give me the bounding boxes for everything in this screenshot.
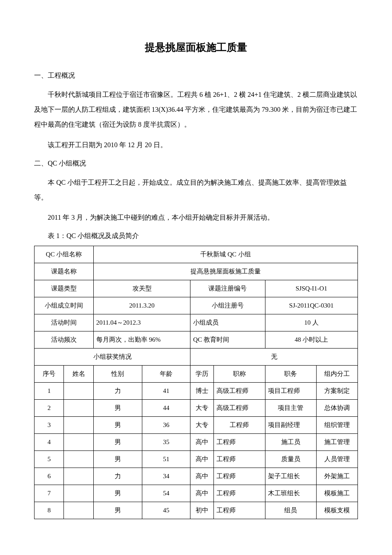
table-row: 8 男 45 初中 工程师 组员 模板支模 bbox=[35, 502, 358, 519]
cell-edu: 大专 bbox=[190, 399, 214, 416]
cell-role: 木工班组长 bbox=[265, 485, 317, 502]
cell-seq: 8 bbox=[35, 502, 64, 519]
header-title: 职称 bbox=[214, 365, 265, 382]
cell-name bbox=[64, 468, 93, 485]
cell-name bbox=[64, 450, 93, 468]
cell-gender: 男 bbox=[93, 485, 142, 502]
cell-gender: 男 bbox=[93, 450, 142, 468]
page-title: 提悬挑屋面板施工质量 bbox=[34, 38, 358, 57]
table-row: 1 力 41 博士 高级工程师 项目工程师 方案制定 bbox=[35, 382, 358, 399]
section-2-heading: 二、QC 小组概况 bbox=[34, 157, 358, 170]
cell-name bbox=[64, 485, 93, 502]
header-age: 年龄 bbox=[142, 365, 190, 382]
cell-age: 51 bbox=[142, 450, 190, 468]
table-row: 活动时间 2011.04～2012.3 小组成员 10 人 bbox=[35, 314, 358, 331]
cell-duty: 人员管理 bbox=[317, 450, 358, 468]
cell-edu: 高中 bbox=[190, 433, 214, 450]
table-row: 小组成立时间 2011.3.20 小组注册号 SJ-2011QC-0301 bbox=[35, 297, 358, 314]
table-row: QC 小组名称 千秋新城 QC 小组 bbox=[35, 246, 358, 263]
paragraph-4: 2011 年 3 月，为解决施工中碰到的难点，本小组开始确定目标并开展活动。 bbox=[34, 210, 358, 225]
cell-age: 36 bbox=[142, 416, 190, 433]
table-row: 活动频次 每月两次，出勤率 96% QC 教育时间 48 小时以上 bbox=[35, 331, 358, 348]
cell-edu: 博士 bbox=[190, 382, 214, 399]
establish-time-value: 2011.3.20 bbox=[93, 297, 190, 314]
cell-gender: 男 bbox=[93, 433, 142, 450]
paragraph-2: 该工程开工日期为 2010 年 12 月 20 日。 bbox=[34, 137, 358, 152]
group-reg-no-value: SJ-2011QC-0301 bbox=[265, 297, 357, 314]
award-label: 小组获奖情况 bbox=[35, 348, 190, 365]
cell-role: 质量员 bbox=[265, 450, 317, 468]
cell-duty: 模板施工 bbox=[317, 485, 358, 502]
cell-gender: 男 bbox=[93, 399, 142, 416]
cell-title: 高级工程师 bbox=[214, 382, 265, 399]
cell-role: 施工员 bbox=[265, 433, 317, 450]
cell-edu: 高中 bbox=[190, 485, 214, 502]
table-row: 3 男 36 大专 工程师 项目副经理 组织管理 bbox=[35, 416, 358, 433]
cell-duty: 方案制定 bbox=[317, 382, 358, 399]
header-role: 职务 bbox=[265, 365, 317, 382]
cell-seq: 7 bbox=[35, 485, 64, 502]
table-caption: 表 1：QC 小组概况及成员简介 bbox=[34, 230, 358, 242]
cell-seq: 1 bbox=[35, 382, 64, 399]
cell-title: 工程师 bbox=[214, 433, 265, 450]
cell-age: 54 bbox=[142, 485, 190, 502]
establish-time-label: 小组成立时间 bbox=[35, 297, 94, 314]
topic-reg-no-value: SJSQ-I1-O1 bbox=[265, 280, 357, 297]
group-name-label: QC 小组名称 bbox=[35, 246, 94, 263]
group-name-value: 千秋新城 QC 小组 bbox=[93, 246, 357, 263]
cell-edu: 高中 bbox=[190, 450, 214, 468]
qc-edu-time-value: 48 小时以上 bbox=[265, 331, 357, 348]
cell-role: 项目工程师 bbox=[265, 382, 317, 399]
table-row: 小组获奖情况 无 bbox=[35, 348, 358, 365]
cell-title: 工程师 bbox=[214, 468, 265, 485]
group-reg-no-label: 小组注册号 bbox=[190, 297, 265, 314]
cell-edu: 高中 bbox=[190, 468, 214, 485]
cell-age: 45 bbox=[142, 502, 190, 519]
cell-seq: 5 bbox=[35, 450, 64, 468]
cell-edu: 初中 bbox=[190, 502, 214, 519]
cell-duty: 模板支模 bbox=[317, 502, 358, 519]
qc-group-table: QC 小组名称 千秋新城 QC 小组 课题名称 提高悬挑屋面板施工质量 课题类型… bbox=[34, 246, 358, 519]
table-row: 2 男 44 大专 高级工程师 项目主管 总体协调 bbox=[35, 399, 358, 416]
cell-gender: 男 bbox=[93, 416, 142, 433]
cell-gender: 力 bbox=[93, 382, 142, 399]
cell-seq: 6 bbox=[35, 468, 64, 485]
cell-title: 高级工程师 bbox=[214, 399, 265, 416]
qc-edu-time-label: QC 教育时间 bbox=[190, 331, 265, 348]
cell-name bbox=[64, 382, 93, 399]
member-header-row: 序号 姓名 性别 年龄 学历 职称 职务 组内分工 bbox=[35, 365, 358, 382]
activity-freq-label: 活动频次 bbox=[35, 331, 94, 348]
cell-gender: 男 bbox=[93, 502, 142, 519]
cell-role: 架子工组长 bbox=[265, 468, 317, 485]
section-1-heading: 一、工程概况 bbox=[34, 70, 358, 82]
topic-reg-no-label: 课题注册编号 bbox=[190, 280, 265, 297]
topic-name-value: 提高悬挑屋面板施工质量 bbox=[93, 263, 357, 280]
cell-age: 44 bbox=[142, 399, 190, 416]
table-row: 4 男 35 高中 工程师 施工员 施工管理 bbox=[35, 433, 358, 450]
header-duty: 组内分工 bbox=[317, 365, 358, 382]
cell-name bbox=[64, 502, 93, 519]
cell-seq: 3 bbox=[35, 416, 64, 433]
topic-type-label: 课题类型 bbox=[35, 280, 94, 297]
activity-time-label: 活动时间 bbox=[35, 314, 94, 331]
cell-duty: 总体协调 bbox=[317, 399, 358, 416]
topic-name-label: 课题名称 bbox=[35, 263, 94, 280]
table-row: 6 力 34 高中 工程师 架子工组长 外架施工 bbox=[35, 468, 358, 485]
cell-duty: 外架施工 bbox=[317, 468, 358, 485]
cell-seq: 2 bbox=[35, 399, 64, 416]
cell-gender: 力 bbox=[93, 468, 142, 485]
activity-freq-value: 每月两次，出勤率 96% bbox=[93, 331, 190, 348]
cell-duty: 施工管理 bbox=[317, 433, 358, 450]
cell-seq: 4 bbox=[35, 433, 64, 450]
cell-role: 项目主管 bbox=[265, 399, 317, 416]
cell-name bbox=[64, 433, 93, 450]
cell-age: 35 bbox=[142, 433, 190, 450]
cell-role: 项目副经理 bbox=[265, 416, 317, 433]
cell-age: 34 bbox=[142, 468, 190, 485]
cell-name bbox=[64, 399, 93, 416]
cell-edu: 大专 bbox=[190, 416, 214, 433]
topic-type-value: 攻关型 bbox=[93, 280, 190, 297]
table-row: 5 男 51 高中 工程师 质量员 人员管理 bbox=[35, 450, 358, 468]
cell-title: 工程师 bbox=[214, 450, 265, 468]
group-members-label: 小组成员 bbox=[190, 314, 265, 331]
